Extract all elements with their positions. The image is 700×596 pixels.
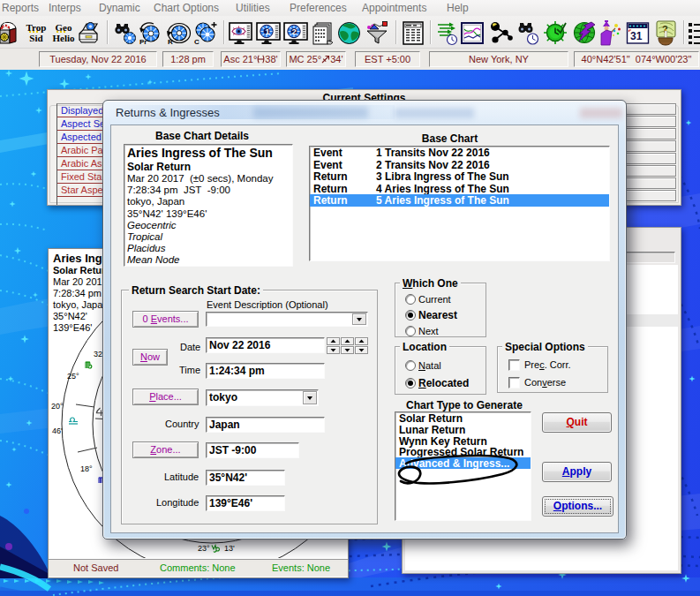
svg-text:31: 31	[630, 30, 643, 42]
svg-text:C: C	[194, 38, 199, 46]
svg-text:R: R	[168, 38, 173, 46]
svg-text:Pr: Pr	[139, 38, 147, 46]
svg-text:2: 2	[292, 26, 297, 36]
svg-text:1: 1	[265, 26, 270, 36]
